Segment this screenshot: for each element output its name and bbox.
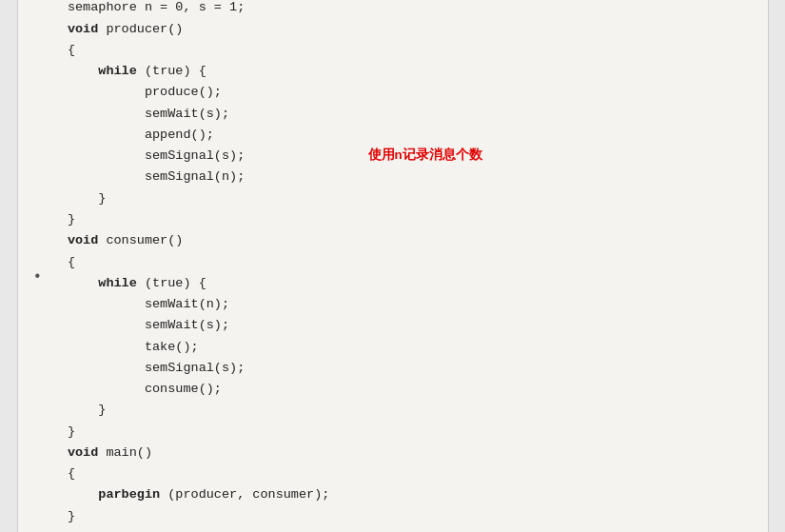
void-keyword-3: void <box>68 445 98 460</box>
figure-container: /* program producerconsumer */ semaphore… <box>17 0 769 532</box>
void-keyword-2: void <box>68 233 98 247</box>
parbegin-keyword: parbegin <box>98 487 160 502</box>
void-keyword-1: void <box>68 22 98 36</box>
annotation-label: 使用n记录消息个数 <box>368 147 482 164</box>
code-block: /* program producerconsumer */ semaphore… <box>37 0 749 527</box>
code-area: /* program producerconsumer */ semaphore… <box>18 0 768 532</box>
while-keyword-1: while <box>98 64 137 78</box>
bullet-dot: • <box>35 267 41 285</box>
while-keyword-2: while <box>98 276 137 290</box>
